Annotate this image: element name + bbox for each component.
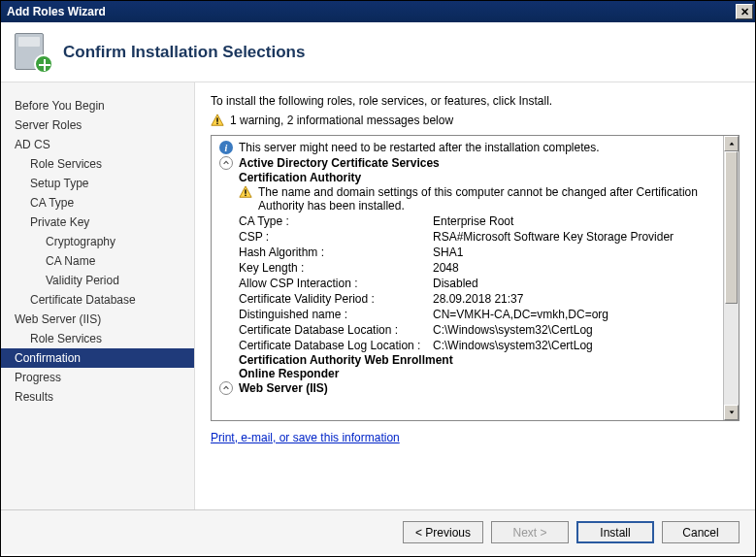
cancel-button[interactable]: Cancel (662, 521, 740, 543)
sidebar-item-ca-name[interactable]: CA Name (1, 251, 194, 271)
wizard-icon (13, 33, 51, 72)
property-row: Certificate Database Location :C:\Window… (239, 322, 717, 338)
warning-summary-row: 1 warning, 2 informational messages belo… (211, 114, 740, 127)
ca-warning-row: The name and domain settings of this com… (239, 184, 717, 213)
sidebar-item-ad-cs[interactable]: AD CS (1, 135, 194, 154)
sidebar-item-ca-type[interactable]: CA Type (1, 193, 194, 213)
wizard-footer: < Previous Next > Install Cancel (1, 509, 755, 554)
previous-button[interactable]: < Previous (403, 521, 483, 543)
warning-icon (239, 185, 252, 199)
sidebar-item-web-server-iis-[interactable]: Web Server (IIS) (1, 310, 194, 329)
property-row: Key Length :2048 (239, 260, 717, 276)
wizard-header: Confirm Installation Selections (1, 22, 755, 82)
next-button: Next > (491, 521, 569, 543)
sidebar-item-private-key[interactable]: Private Key (1, 213, 194, 232)
cawe-heading: Certification Authority Web Enrollment (239, 353, 717, 367)
install-button[interactable]: Install (576, 521, 654, 543)
sidebar-item-server-roles[interactable]: Server Roles (1, 115, 194, 135)
property-key: Certificate Validity Period : (239, 292, 433, 306)
intro-text: To install the following roles, role ser… (211, 94, 740, 108)
property-key: Certificate Database Log Location : (239, 339, 433, 352)
sidebar-item-confirmation[interactable]: Confirmation (1, 348, 194, 368)
restart-info-row: i This server might need to be restarted… (219, 140, 717, 155)
svg-rect-5 (245, 195, 246, 196)
property-key: CSP : (239, 230, 433, 244)
details-box: i This server might need to be restarted… (211, 135, 740, 421)
scroll-thumb[interactable] (725, 151, 738, 304)
adcs-heading-row[interactable]: Active Directory Certificate Services (219, 155, 717, 171)
property-key: Certificate Database Location : (239, 323, 433, 337)
sidebar-item-results[interactable]: Results (1, 387, 194, 407)
window-title: Add Roles Wizard (7, 5, 106, 18)
property-value: Disabled (433, 277, 478, 290)
online-responder-heading: Online Responder (239, 367, 717, 380)
title-bar: Add Roles Wizard ✕ (1, 1, 755, 22)
restart-info-text: This server might need to be restarted a… (239, 141, 600, 154)
property-row: Certificate Database Log Location :C:\Wi… (239, 338, 717, 353)
property-value: CN=VMKH-CA,DC=vmkh,DC=org (433, 308, 608, 321)
warning-icon (211, 114, 224, 127)
property-value: C:\Windows\system32\CertLog (433, 323, 593, 337)
print-email-save-link[interactable]: Print, e-mail, or save this information (211, 431, 740, 444)
page-title: Confirm Installation Selections (63, 43, 305, 62)
adcs-heading: Active Directory Certificate Services (239, 156, 440, 170)
property-key: Key Length : (239, 261, 433, 275)
iis-heading-row[interactable]: Web Server (IIS) (219, 380, 717, 396)
property-key: CA Type : (239, 214, 433, 228)
property-row: Hash Algorithm :SHA1 (239, 245, 717, 260)
scroll-up-button[interactable] (724, 136, 739, 151)
property-row: Distinguished name :CN=VMKH-CA,DC=vmkh,D… (239, 307, 717, 322)
property-value: 28.09.2018 21:37 (433, 292, 523, 306)
close-button[interactable]: ✕ (736, 4, 753, 19)
collapse-icon[interactable] (219, 381, 233, 395)
sidebar-item-role-services[interactable]: Role Services (1, 154, 194, 174)
property-key: Allow CSP Interaction : (239, 277, 433, 290)
info-icon: i (219, 141, 233, 154)
collapse-icon[interactable] (219, 156, 233, 170)
property-row: CSP :RSA#Microsoft Software Key Storage … (239, 229, 717, 245)
property-value: Enterprise Root (433, 214, 513, 228)
scrollbar[interactable] (723, 136, 739, 420)
iis-heading: Web Server (IIS) (239, 381, 328, 395)
property-key: Distinguished name : (239, 308, 433, 321)
scroll-track[interactable] (724, 151, 739, 405)
ca-heading: Certification Authority (239, 171, 717, 184)
property-key: Hash Algorithm : (239, 246, 433, 259)
property-row: Certificate Validity Period :28.09.2018 … (239, 291, 717, 307)
svg-rect-2 (216, 123, 217, 124)
property-row: CA Type :Enterprise Root (239, 213, 717, 229)
wizard-steps-sidebar: Before You BeginServer RolesAD CSRole Se… (1, 82, 195, 509)
property-value: RSA#Microsoft Software Key Storage Provi… (433, 230, 674, 244)
warning-summary-text: 1 warning, 2 informational messages belo… (230, 114, 453, 127)
sidebar-item-progress[interactable]: Progress (1, 368, 194, 387)
sidebar-item-role-services[interactable]: Role Services (1, 329, 194, 348)
scroll-down-button[interactable] (724, 405, 739, 420)
sidebar-item-before-you-begin[interactable]: Before You Begin (1, 96, 194, 115)
ca-warning-text: The name and domain settings of this com… (258, 185, 717, 213)
property-value: C:\Windows\system32\CertLog (433, 339, 593, 352)
property-row: Allow CSP Interaction :Disabled (239, 276, 717, 291)
main-panel: To install the following roles, role ser… (195, 82, 755, 509)
sidebar-item-validity-period[interactable]: Validity Period (1, 271, 194, 290)
property-value: 2048 (433, 261, 459, 275)
property-value: SHA1 (433, 246, 463, 259)
svg-rect-1 (216, 117, 217, 121)
sidebar-item-setup-type[interactable]: Setup Type (1, 174, 194, 193)
sidebar-item-certificate-database[interactable]: Certificate Database (1, 290, 194, 310)
svg-rect-4 (245, 189, 246, 193)
sidebar-item-cryptography[interactable]: Cryptography (1, 232, 194, 251)
